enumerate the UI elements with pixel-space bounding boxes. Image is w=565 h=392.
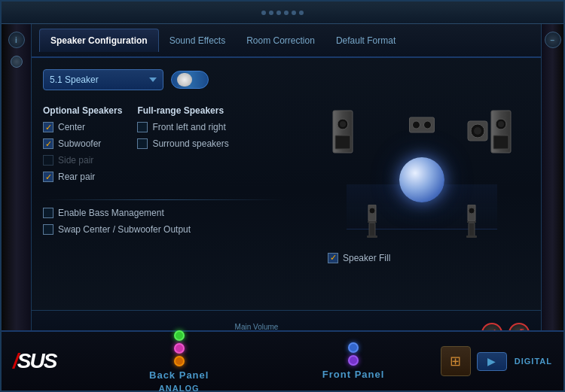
checkbox-side-pair-input[interactable] [43, 155, 53, 166]
speaker-fill-label: Speaker Fill [343, 253, 390, 263]
checkbox-bass-mgmt-label: Enable Bass Management [58, 208, 164, 218]
top-dot-1 [261, 11, 266, 15]
svg-point-9 [413, 121, 420, 129]
power-toggle[interactable] [171, 71, 209, 89]
content-area: Speaker Configuration Sound Effects Room… [32, 24, 541, 355]
checkbox-rear-pair-input[interactable]: ✓ [43, 172, 53, 182]
svg-point-2 [340, 121, 346, 127]
svg-rect-3 [335, 135, 350, 149]
right-panel: ✓ Speaker Fill [314, 69, 530, 299]
front-panel-dot-1[interactable] [348, 342, 359, 353]
tab-default-format[interactable]: Default Format [325, 29, 406, 52]
checkbox-center: ✓ Center [43, 122, 122, 132]
nav-tabs: Speaker Configuration Sound Effects Room… [32, 24, 541, 58]
top-bar-decoration [261, 11, 304, 15]
checkbox-subwoofer: ✓ Subwoofer [43, 138, 122, 149]
speaker-front-left [331, 109, 354, 156]
svg-rect-17 [369, 223, 375, 236]
analog-label: ANALOG [159, 384, 200, 393]
svg-point-15 [369, 208, 375, 214]
speaker-center [409, 117, 435, 135]
checkmark-subwoofer: ✓ [45, 140, 52, 148]
back-panel-dot-3[interactable] [174, 356, 185, 366]
glow-ball [399, 157, 444, 202]
separator [43, 199, 284, 200]
checkbox-surround-input[interactable] [137, 138, 148, 149]
svg-point-10 [424, 121, 432, 129]
digital-icon-box[interactable]: ▶ [477, 352, 507, 371]
back-panel-row [174, 330, 185, 366]
svg-rect-18 [367, 236, 377, 238]
front-panel-row [348, 342, 359, 366]
top-dot-3 [276, 11, 281, 15]
checkbox-subwoofer-input[interactable]: ✓ [43, 138, 53, 149]
checkbox-bass-mgmt-input[interactable] [43, 208, 53, 218]
dropdown-arrow-icon [149, 77, 157, 82]
speaker-rear-right [465, 205, 478, 241]
asus-logo-text: /SUS [13, 349, 56, 373]
checkbox-side-pair-label: Side pair [58, 155, 93, 166]
front-panel-dots [348, 342, 359, 366]
speaker-subwoofer [467, 120, 488, 144]
checkbox-front-lr-input[interactable] [137, 122, 148, 132]
rail-circle-small-1 [11, 56, 23, 68]
svg-rect-23 [466, 236, 477, 238]
svg-rect-22 [469, 223, 475, 236]
checkbox-speaker-fill[interactable]: ✓ [328, 253, 338, 263]
optional-speakers-column: Optional Speakers ✓ Center ✓ Subwoofer [43, 105, 122, 188]
svg-point-6 [498, 121, 504, 127]
fullrange-speakers-column: Full-range Speakers Front left and right… [137, 105, 228, 188]
checkmark-center: ✓ [45, 123, 52, 132]
asus-slash-icon: / [13, 349, 17, 372]
tab-sound-effects[interactable]: Sound Effects [159, 29, 237, 52]
power-knob [177, 73, 192, 87]
checkbox-surround-label: Surround speakers [152, 138, 228, 149]
back-panel-dot-1[interactable] [174, 330, 185, 341]
checkbox-front-lr-label: Front left and right [152, 122, 225, 132]
checkbox-center-input[interactable]: ✓ [43, 122, 53, 132]
speaker-dropdown[interactable]: 5.1 Speaker [43, 69, 163, 90]
optional-speakers-title: Optional Speakers [43, 105, 122, 116]
rail-circle-info[interactable]: i [8, 32, 25, 48]
right-icons-area: ⊞ ▶ [441, 346, 515, 376]
checkmark-speaker-fill: ✓ [330, 254, 337, 262]
checkbox-swap-center-input[interactable] [43, 224, 53, 235]
back-panel-dot-2[interactable] [174, 343, 185, 354]
top-dot-6 [299, 11, 304, 15]
top-dot-2 [269, 11, 273, 15]
panel-content: 5.1 Speaker Optional Speakers ✓ [32, 58, 541, 310]
front-panel-dot-2[interactable] [348, 355, 359, 366]
speaker-fill-row: ✓ Speaker Fill [328, 253, 390, 263]
speaker-dropdown-value: 5.1 Speaker [50, 74, 99, 85]
checkbox-surround: Surround speakers [137, 138, 228, 149]
checkbox-front-lr: Front left and right [137, 122, 228, 132]
svg-point-13 [474, 127, 481, 135]
speaker-visualization: ✓ Speaker Fill [324, 102, 520, 267]
fullrange-speakers-title: Full-range Speakers [137, 105, 228, 116]
speaker-rear-left [365, 205, 379, 241]
settings-icon-box[interactable]: ⊞ [441, 346, 471, 376]
checkmark-rear-pair: ✓ [45, 173, 52, 181]
front-panel-label: Front Panel [322, 369, 385, 380]
tab-room-correction[interactable]: Room Correction [236, 29, 325, 52]
extra-options: Enable Bass Management Swap Center / Sub… [43, 208, 314, 235]
checkbox-center-label: Center [58, 122, 85, 132]
settings-icon: ⊞ [450, 353, 461, 369]
asus-logo: /SUS [2, 342, 92, 381]
rail-circle-minus[interactable]: − [545, 32, 561, 48]
front-panel-section: Front Panel [266, 342, 440, 380]
checkbox-subwoofer-label: Subwoofer [58, 138, 101, 149]
top-dot-5 [292, 11, 296, 15]
speaker-front-right [490, 109, 512, 156]
right-rail: − [541, 24, 563, 355]
digital-icon: ▶ [487, 355, 496, 367]
svg-point-20 [469, 208, 475, 214]
checkbox-bass-mgmt: Enable Bass Management [43, 208, 314, 218]
digital-label: DIGITAL [515, 357, 563, 366]
tab-speaker-configuration[interactable]: Speaker Configuration [39, 29, 159, 52]
checkbox-rear-pair-label: Rear pair [58, 172, 95, 182]
svg-rect-7 [493, 135, 508, 149]
checkbox-rear-pair: ✓ Rear pair [43, 172, 122, 182]
left-panel: 5.1 Speaker Optional Speakers ✓ [43, 69, 314, 299]
speaker-row: 5.1 Speaker [43, 69, 314, 90]
